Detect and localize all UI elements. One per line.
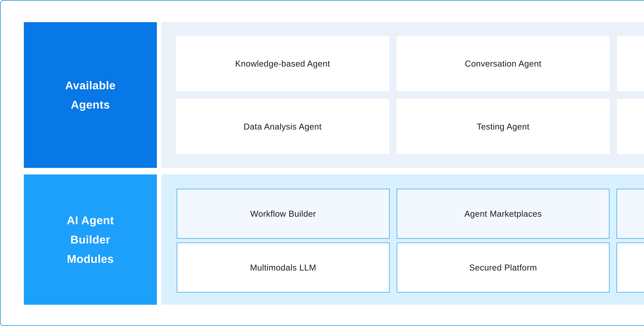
card-multimodals-llm: Multimodals LLM	[177, 242, 390, 292]
available-agents-label-box: Available Agents	[24, 22, 157, 168]
builder-modules-label-line: AI Agent	[67, 211, 114, 230]
card-testing-agent: Testing Agent	[396, 99, 610, 154]
builder-modules-label-line: Modules	[67, 249, 114, 268]
builder-modules-label-line: Builder	[70, 230, 110, 249]
card-browser-agent: Browser Agent	[617, 36, 644, 91]
card-data-analysis-agent: Data Analysis Agent	[176, 99, 389, 154]
available-agents-panel: Knowledge-based Agent Conversation Agent…	[161, 22, 644, 168]
section-available-agents: Available Agents Knowledge-based Agent C…	[24, 22, 644, 168]
available-agents-label-line: Available	[65, 76, 116, 95]
card-knowledge-based-agent: Knowledge-based Agent	[176, 36, 389, 91]
card-flexible-deployment: Flexible Deployment	[616, 189, 644, 239]
card-summarization-agent: Summarization Agent	[617, 99, 644, 154]
section-ai-agent-builder-modules: AI Agent Builder Modules Workflow Builde…	[24, 174, 644, 305]
card-workflow-builder: Workflow Builder	[177, 189, 390, 239]
card-conversation-agent: Conversation Agent	[396, 36, 610, 91]
diagram-canvas: Available Agents Knowledge-based Agent C…	[0, 0, 644, 326]
card-agent-marketplaces: Agent Marketplaces	[397, 189, 610, 239]
card-data-platform: Data Platform	[616, 242, 644, 292]
ai-agent-builder-modules-panel: Workflow Builder Agent Marketplaces Flex…	[161, 174, 644, 305]
available-agents-label-line: Agents	[71, 95, 110, 114]
ai-agent-builder-modules-label-box: AI Agent Builder Modules	[24, 174, 157, 305]
card-secured-platform: Secured Platform	[397, 242, 610, 292]
